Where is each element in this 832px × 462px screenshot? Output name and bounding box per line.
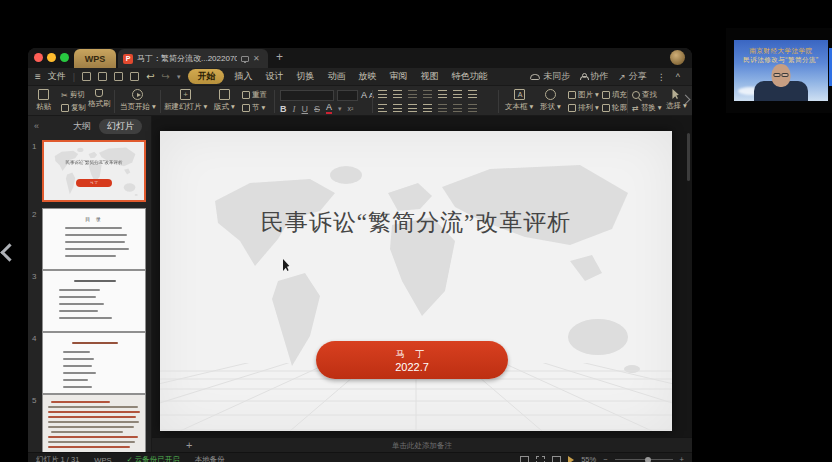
- menu-tab-放映[interactable]: 放映: [355, 69, 379, 84]
- hamburger-menu-icon[interactable]: ≡: [35, 71, 41, 82]
- new-slide-button[interactable]: 新建幻灯片 ▾: [164, 89, 207, 112]
- menu-tab-视图[interactable]: 视图: [417, 69, 441, 84]
- menu-tab-特色功能[interactable]: 特色功能: [448, 69, 490, 84]
- collapse-ribbon-icon[interactable]: ^: [676, 72, 680, 82]
- undo-icon[interactable]: ↩: [146, 71, 154, 82]
- share-button[interactable]: ↗分享: [618, 70, 647, 83]
- italic-button[interactable]: I: [293, 104, 296, 114]
- underline-button[interactable]: U: [302, 104, 309, 114]
- wps-home-tab[interactable]: WPS: [74, 49, 116, 68]
- chevron-down-icon[interactable]: ▾: [177, 73, 181, 81]
- bullet-list-icon[interactable]: [378, 90, 387, 98]
- chevron-down-icon[interactable]: ▾: [338, 105, 342, 113]
- format-painter-button[interactable]: 格式刷: [88, 89, 111, 109]
- shrink-text-icon[interactable]: [453, 104, 462, 112]
- bold-button[interactable]: B: [280, 104, 287, 114]
- menu-tab-审阅[interactable]: 审阅: [386, 69, 410, 84]
- increase-font-icon[interactable]: A: [361, 90, 367, 100]
- minimize-window-button[interactable]: [47, 53, 56, 62]
- text-direction-icon[interactable]: [438, 90, 447, 98]
- paste-button[interactable]: 粘贴: [36, 89, 51, 112]
- paragraph-settings-icon[interactable]: [468, 104, 477, 112]
- zoom-window-button[interactable]: [60, 53, 69, 62]
- zoom-slider[interactable]: [615, 459, 673, 460]
- find-button[interactable]: 查找: [632, 90, 657, 100]
- export-icon[interactable]: [98, 72, 107, 81]
- columns-icon[interactable]: [468, 90, 477, 98]
- play-from-page-button[interactable]: 当页开始 ▾: [120, 89, 156, 112]
- tab-outline[interactable]: 大纲: [73, 120, 91, 133]
- preview-icon[interactable]: [130, 72, 139, 81]
- notes-bar[interactable]: + 单击此处添加备注: [152, 437, 692, 452]
- present-monitor-icon[interactable]: [241, 56, 249, 62]
- numbered-list-icon[interactable]: [393, 90, 402, 98]
- align-center-icon[interactable]: [393, 104, 402, 112]
- collaborate-button[interactable]: 协作: [580, 70, 608, 83]
- close-tab-icon[interactable]: ✕: [253, 55, 260, 63]
- author-badge[interactable]: 马 丁 2022.7: [316, 341, 508, 379]
- document-tab[interactable]: P 马丁：繁简分流改...20220706 ✕: [118, 49, 268, 68]
- slide-number: 5: [32, 396, 36, 405]
- menu-tab-切换[interactable]: 切换: [293, 69, 317, 84]
- close-window-button[interactable]: [34, 53, 43, 62]
- reset-button[interactable]: 重置: [242, 90, 267, 100]
- slide-sorter-view-icon[interactable]: [536, 456, 545, 462]
- superscript-button[interactable]: x²: [348, 105, 354, 112]
- replace-button[interactable]: ⇄ 替换 ▾: [632, 103, 662, 113]
- line-spacing-icon[interactable]: [453, 90, 462, 98]
- reading-view-icon[interactable]: [552, 456, 561, 462]
- menu-tab-插入[interactable]: 插入: [231, 69, 255, 84]
- slide-thumbnail-3[interactable]: [42, 270, 146, 332]
- redo-icon[interactable]: ↪: [162, 71, 170, 82]
- slide-thumbnail-1[interactable]: 民事诉讼“繁简分流”改革评析马 丁: [42, 140, 146, 202]
- align-right-icon[interactable]: [408, 104, 417, 112]
- canvas-scrollbar[interactable]: [687, 133, 690, 181]
- font-name-combobox[interactable]: [280, 90, 334, 101]
- arrange-button[interactable]: 排列 ▾: [568, 103, 599, 113]
- slide-title[interactable]: 民事诉讼“繁简分流”改革评析: [160, 207, 672, 238]
- collapse-panel-icon[interactable]: «: [34, 121, 39, 131]
- cut-label: 剪切: [70, 90, 85, 100]
- zoom-in-icon[interactable]: +: [680, 455, 684, 462]
- strikethrough-button[interactable]: S: [314, 104, 320, 114]
- zoom-out-icon[interactable]: −: [603, 455, 607, 462]
- justify-icon[interactable]: [423, 104, 432, 112]
- menu-tab-设计[interactable]: 设计: [262, 69, 286, 84]
- menu-tab-开始[interactable]: 开始: [188, 69, 224, 84]
- local-backup-status[interactable]: 本地备份: [195, 455, 225, 462]
- decrease-indent-icon[interactable]: [408, 90, 417, 98]
- sync-status[interactable]: 未同步: [530, 70, 570, 83]
- zoom-slider-thumb[interactable]: [645, 457, 651, 462]
- tab-slides[interactable]: 幻灯片: [99, 119, 142, 134]
- section-button[interactable]: 节 ▾: [242, 103, 265, 113]
- increase-indent-icon[interactable]: [423, 90, 432, 98]
- textbox-button[interactable]: A 文本框 ▾: [505, 89, 533, 112]
- slide-thumbnail-5[interactable]: [42, 394, 146, 452]
- outline-button[interactable]: 轮廓: [602, 103, 627, 113]
- menu-tab-动画[interactable]: 动画: [324, 69, 348, 84]
- slide-thumbnail-4[interactable]: [42, 332, 146, 394]
- file-menu[interactable]: 文件: [48, 70, 66, 83]
- print-icon[interactable]: [114, 72, 123, 81]
- fill-button[interactable]: 填充: [602, 90, 627, 100]
- meeting-collapse-chevron-icon[interactable]: [0, 243, 18, 261]
- new-tab-button[interactable]: +: [276, 50, 283, 64]
- more-menu-icon[interactable]: ⋮: [657, 72, 666, 82]
- copy-button[interactable]: 复制: [61, 103, 86, 113]
- picture-button[interactable]: 图片 ▾: [568, 90, 599, 100]
- slideshow-play-icon[interactable]: [568, 456, 574, 462]
- distribute-icon[interactable]: [438, 104, 447, 112]
- participant-video-tile[interactable]: 南京财经大学法学院 民诉法修改与“繁简分流”: [726, 28, 832, 113]
- normal-view-icon[interactable]: [520, 456, 529, 462]
- slide-thumbnail-2[interactable]: 目 录: [42, 208, 146, 270]
- layout-button[interactable]: 版式 ▾: [214, 89, 235, 112]
- account-avatar[interactable]: [670, 50, 685, 65]
- font-size-combobox[interactable]: [337, 90, 358, 101]
- shapes-button[interactable]: 形状 ▾: [540, 89, 561, 112]
- font-color-button[interactable]: A: [326, 103, 332, 114]
- cloud-backup-status[interactable]: ✓ 云备份已开启: [126, 455, 179, 462]
- slide-canvas[interactable]: 民事诉讼“繁简分流”改革评析 马 丁 2022.7: [160, 131, 672, 431]
- save-icon[interactable]: [82, 72, 91, 81]
- align-left-icon[interactable]: [378, 104, 387, 112]
- cut-button[interactable]: ✂ 剪切: [61, 90, 85, 100]
